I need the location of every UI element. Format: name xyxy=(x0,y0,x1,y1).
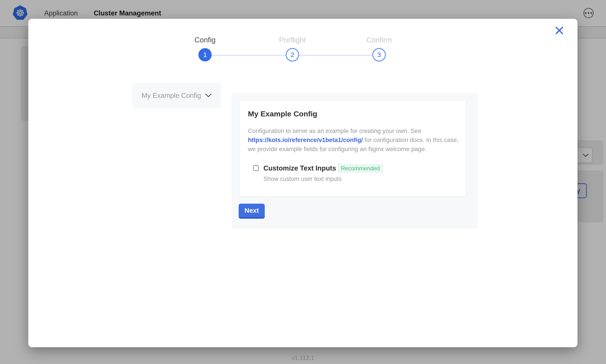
recommended-badge: Recommended xyxy=(337,164,383,173)
config-group-dropdown[interactable]: My Example Config xyxy=(132,83,221,108)
step-circle: 2 xyxy=(286,48,299,61)
config-group-description: Configuration to serve as an example for… xyxy=(248,126,467,154)
config-group-label: My Example Config xyxy=(141,92,201,100)
step-label: Config xyxy=(181,35,229,45)
config-panel: My Example Config Configuration to serve… xyxy=(232,93,478,229)
step-preflight: Preflight 2 xyxy=(268,35,317,61)
config-group-title: My Example Config xyxy=(248,110,317,118)
config-wizard-modal: Config 1 Preflight 2 Confirm 3 My Exampl… xyxy=(28,19,578,347)
customize-text-inputs-checkbox[interactable] xyxy=(253,165,259,171)
step-circle: 1 xyxy=(198,48,212,61)
step-label: Preflight xyxy=(268,35,317,45)
checkbox-label[interactable]: Customize Text Inputs xyxy=(263,164,336,172)
close-icon xyxy=(555,26,564,35)
step-config: Config 1 xyxy=(181,35,229,61)
config-group-card: My Example Config Configuration to serve… xyxy=(239,100,466,196)
checkbox-help-text: Show custom user text inputs xyxy=(263,176,342,182)
step-label: Confirm xyxy=(355,35,403,45)
chevron-down-icon xyxy=(205,93,212,98)
config-docs-link[interactable]: https://kots.io/reference/v1beta1/config… xyxy=(248,136,363,143)
step-confirm: Confirm 3 xyxy=(355,35,403,61)
next-button[interactable]: Next xyxy=(239,204,265,219)
close-button[interactable] xyxy=(553,24,566,37)
description-text: Configuration to serve as an example for… xyxy=(248,128,421,134)
step-circle: 3 xyxy=(372,48,386,61)
